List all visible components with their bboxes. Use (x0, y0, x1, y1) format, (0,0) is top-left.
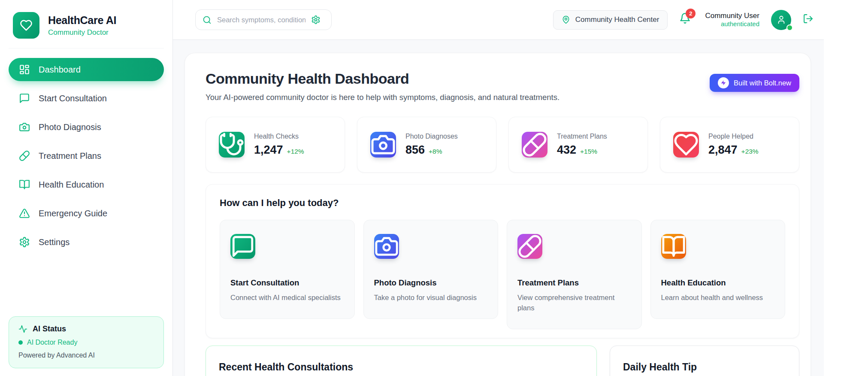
page-header-text: Community Health Dashboard Your AI-power… (206, 70, 560, 102)
stat-text: People Helped 2,847+23% (708, 133, 759, 157)
sidebar-item-label: Start Consultation (39, 94, 107, 103)
app-title: HealthCare AI (48, 14, 116, 27)
user-meta: Community User authenticated (705, 11, 759, 28)
dashboard-icon (19, 64, 30, 75)
page-header: Community Health Dashboard Your AI-power… (206, 70, 799, 102)
pill-icon (517, 234, 542, 259)
ai-status-title: AI Status (33, 324, 66, 334)
sidebar-item-dashboard[interactable]: Dashboard (9, 58, 164, 81)
daily-health-tip-card: Daily Health Tip (610, 346, 799, 376)
app-subtitle: Community Doctor (48, 28, 116, 37)
header-right: Community Health Center 2 Community User… (553, 10, 814, 30)
stat-delta: +12% (287, 148, 304, 155)
search-bar[interactable] (195, 9, 332, 30)
lightning-bolt-icon (720, 80, 726, 86)
sidebar-item-emergency-guide[interactable]: Emergency Guide (9, 202, 164, 225)
online-status-dot (786, 24, 793, 31)
location-button[interactable]: Community Health Center (553, 10, 668, 30)
pill-icon (522, 132, 547, 158)
sidebar: HealthCare AI Community Doctor Dashboard… (0, 0, 173, 376)
content-area: Community Health Dashboard Your AI-power… (173, 40, 824, 376)
right-gutter (824, 0, 868, 376)
stat-card-treatment-plans: Treatment Plans 432+15% (508, 117, 648, 173)
action-card-start-consultation[interactable]: Start ConsultationConnect with AI medica… (220, 220, 355, 319)
stat-text: Treatment Plans 432+15% (557, 133, 607, 157)
sidebar-item-treatment-plans[interactable]: Treatment Plans (9, 144, 164, 167)
stats-row: Health Checks 1,247+12% Photo Diagnoses … (206, 117, 799, 173)
stat-delta: +8% (429, 148, 442, 155)
action-card-title: Health Education (661, 278, 775, 288)
stat-card-people-helped: People Helped 2,847+23% (660, 117, 799, 173)
sidebar-item-settings[interactable]: Settings (9, 230, 164, 254)
page-title: Community Health Dashboard (206, 70, 560, 87)
location-label: Community Health Center (575, 15, 659, 24)
app-root: HealthCare AI Community Doctor Dashboard… (0, 0, 868, 376)
ai-status-ready: AI Doctor Ready (18, 339, 154, 346)
stat-value: 432 (557, 143, 576, 156)
stat-text: Health Checks 1,247+12% (254, 133, 304, 157)
stat-value-row: 1,247+12% (254, 143, 304, 157)
heart-logo-icon (13, 12, 39, 39)
stat-value-row: 2,847+23% (708, 143, 759, 157)
warning-icon (19, 208, 30, 219)
sidebar-nav: DashboardStart ConsultationPhoto Diagnos… (9, 58, 164, 254)
action-card-treatment-plans[interactable]: Treatment PlansView comprehensive treatm… (507, 220, 642, 329)
recent-consultations-title: Recent Health Consultations (219, 361, 584, 373)
stat-text: Photo Diagnoses 856+8% (405, 133, 458, 157)
camera-icon (370, 132, 396, 158)
sidebar-item-start-consultation[interactable]: Start Consultation (9, 87, 164, 110)
user-auth-status: authenticated (705, 20, 759, 28)
stat-value: 2,847 (708, 143, 738, 156)
sidebar-item-label: Dashboard (39, 65, 81, 75)
brand-text: HealthCare AI Community Doctor (48, 14, 116, 37)
gear-icon (19, 237, 30, 248)
action-card-health-education[interactable]: Health EducationLearn about health and w… (650, 220, 786, 319)
action-card-photo-diagnosis[interactable]: Photo DiagnosisTake a photo for visual d… (363, 220, 499, 319)
stat-label: Health Checks (254, 133, 304, 140)
user-name: Community User (705, 11, 759, 20)
stat-delta: +23% (741, 148, 759, 155)
book-icon (661, 234, 686, 259)
camera-icon (19, 121, 30, 133)
help-section-title: How can I help you today? (220, 197, 785, 209)
camera-icon (374, 234, 399, 259)
sidebar-item-label: Treatment Plans (39, 151, 101, 161)
stat-value-row: 856+8% (405, 143, 458, 157)
search-input[interactable] (217, 16, 305, 24)
avatar[interactable] (771, 10, 791, 30)
heart-icon (673, 132, 699, 158)
logout-icon (803, 13, 814, 24)
built-with-bolt-badge[interactable]: Built with Bolt.new (710, 74, 799, 92)
brand: HealthCare AI Community Doctor (9, 11, 164, 49)
help-grid: Start ConsultationConnect with AI medica… (220, 220, 785, 329)
user-icon (777, 15, 786, 24)
action-card-description: Learn about health and wellness (661, 293, 775, 303)
sidebar-item-photo-diagnosis[interactable]: Photo Diagnosis (9, 115, 164, 139)
stat-label: Treatment Plans (557, 133, 607, 140)
action-card-title: Start Consultation (230, 278, 344, 288)
top-header: Community Health Center 2 Community User… (173, 0, 824, 40)
ai-status-card: AI Status AI Doctor Ready Powered by Adv… (9, 316, 164, 368)
bottom-row: Recent Health Consultations Daily Health… (206, 346, 799, 376)
book-icon (19, 179, 30, 190)
notification-badge: 2 (686, 9, 696, 18)
stat-card-photo-diagnoses: Photo Diagnoses 856+8% (357, 117, 496, 173)
search-settings-gear-icon[interactable] (311, 15, 321, 24)
stat-card-health-checks: Health Checks 1,247+12% (206, 117, 345, 173)
stat-label: People Helped (708, 133, 759, 140)
search-icon (203, 15, 212, 24)
daily-health-tip-title: Daily Health Tip (623, 361, 786, 373)
logout-button[interactable] (803, 13, 814, 27)
recent-consultations-card: Recent Health Consultations (206, 346, 597, 376)
help-section: How can I help you today? Start Consulta… (206, 184, 799, 338)
bolt-circle (718, 77, 729, 88)
action-card-title: Treatment Plans (517, 278, 631, 288)
notifications-button[interactable]: 2 (679, 12, 691, 27)
action-card-description: Connect with AI medical specialists (230, 293, 344, 303)
sidebar-item-health-education[interactable]: Health Education (9, 173, 164, 196)
activity-icon (18, 324, 27, 334)
action-card-description: View comprehensive treatment plans (517, 293, 631, 313)
main-column: Community Health Center 2 Community User… (173, 0, 824, 376)
stat-delta: +15% (580, 148, 597, 155)
action-card-description: Take a photo for visual diagnosis (374, 293, 488, 303)
